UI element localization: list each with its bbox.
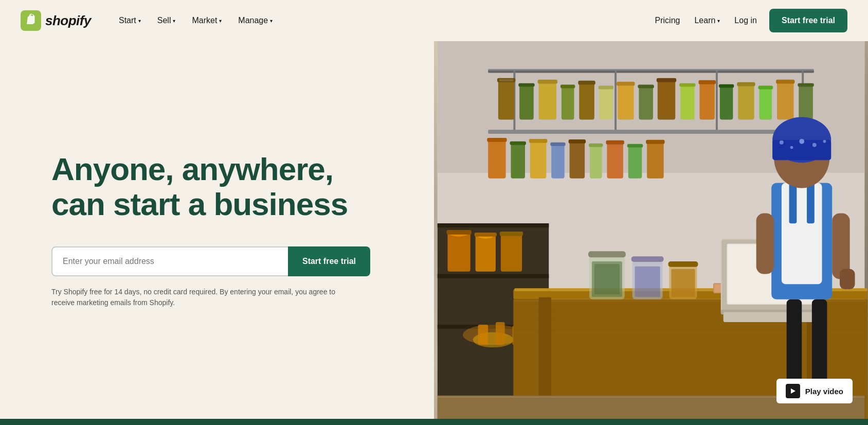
svg-point-125 <box>799 139 804 144</box>
svg-rect-93 <box>631 256 664 262</box>
svg-rect-33 <box>698 80 715 84</box>
nav-login-link[interactable]: Log in <box>732 12 759 29</box>
svg-rect-63 <box>438 223 549 227</box>
svg-rect-91 <box>594 264 620 294</box>
nav-pricing-link[interactable]: Pricing <box>653 12 682 29</box>
svg-rect-55 <box>589 144 603 147</box>
bottom-bar <box>0 419 868 425</box>
svg-rect-71 <box>475 233 497 237</box>
svg-rect-47 <box>510 141 526 145</box>
svg-rect-31 <box>679 83 695 87</box>
main-content: Anyone, anywhere, can start a business S… <box>0 41 868 419</box>
play-icon <box>786 384 800 398</box>
svg-rect-117 <box>840 269 855 289</box>
svg-rect-49 <box>529 139 547 143</box>
svg-rect-35 <box>719 84 734 88</box>
svg-rect-20 <box>579 82 594 120</box>
svg-rect-51 <box>550 143 566 146</box>
svg-rect-112 <box>782 183 822 284</box>
svg-rect-43 <box>798 83 813 87</box>
svg-rect-30 <box>680 84 695 120</box>
svg-point-123 <box>780 140 784 145</box>
disclaimer-text: Try Shopify free for 14 days, no credit … <box>51 287 350 308</box>
chevron-down-icon: ▾ <box>173 18 175 24</box>
email-form: Start free trial <box>51 246 370 276</box>
svg-rect-73 <box>500 232 523 236</box>
svg-rect-14 <box>519 84 534 120</box>
svg-rect-42 <box>799 84 813 120</box>
svg-rect-24 <box>618 83 634 120</box>
svg-rect-72 <box>501 233 522 272</box>
svg-rect-68 <box>446 230 471 235</box>
svg-rect-18 <box>562 86 574 120</box>
svg-rect-21 <box>578 81 595 85</box>
svg-rect-17 <box>538 80 557 84</box>
svg-rect-97 <box>671 269 695 297</box>
svg-rect-7 <box>614 70 617 131</box>
navbar: shopify Start ▾ Sell ▾ Market ▾ Manage ▾… <box>0 0 868 41</box>
start-trial-button[interactable]: Start free trial <box>288 246 370 276</box>
chevron-down-icon: ▾ <box>270 18 273 24</box>
nav-item-manage[interactable]: Manage ▾ <box>231 12 280 29</box>
nav-start-trial-button[interactable]: Start free trial <box>769 9 847 32</box>
svg-point-127 <box>823 140 826 143</box>
chevron-down-icon: ▾ <box>219 18 222 24</box>
svg-point-126 <box>812 143 817 147</box>
svg-rect-50 <box>551 144 565 179</box>
shopify-logo-icon <box>21 10 41 31</box>
svg-rect-54 <box>590 145 602 179</box>
logo-link[interactable]: shopify <box>21 10 91 31</box>
svg-rect-89 <box>588 251 626 257</box>
svg-rect-48 <box>530 140 546 179</box>
chevron-down-icon: ▾ <box>717 18 720 24</box>
svg-rect-76 <box>478 325 489 345</box>
svg-rect-28 <box>658 79 675 120</box>
svg-rect-19 <box>560 85 575 88</box>
svg-rect-39 <box>758 86 773 90</box>
svg-rect-94 <box>635 267 660 297</box>
nav-learn-link[interactable]: Learn ▾ <box>692 12 722 29</box>
nav-item-start[interactable]: Start ▾ <box>112 12 148 29</box>
svg-rect-23 <box>599 86 614 90</box>
hero-headline: Anyone, anywhere, can start a business <box>51 152 350 222</box>
svg-rect-5 <box>488 70 814 73</box>
svg-rect-77 <box>496 322 505 345</box>
svg-rect-27 <box>638 85 654 88</box>
svg-rect-38 <box>760 87 772 120</box>
svg-rect-110 <box>724 312 820 322</box>
svg-rect-45 <box>487 138 507 142</box>
nav-item-sell[interactable]: Sell ▾ <box>150 12 183 29</box>
svg-rect-60 <box>647 141 663 179</box>
nav-links: Start ▾ Sell ▾ Market ▾ Manage ▾ <box>112 12 653 29</box>
svg-rect-96 <box>668 261 698 267</box>
svg-rect-44 <box>488 139 505 179</box>
play-video-label: Play video <box>805 387 843 396</box>
svg-rect-56 <box>607 141 623 179</box>
svg-rect-8 <box>716 70 718 131</box>
svg-rect-10 <box>488 130 814 134</box>
svg-rect-22 <box>600 87 613 120</box>
svg-rect-52 <box>570 140 585 179</box>
nav-item-market[interactable]: Market ▾ <box>185 12 229 29</box>
svg-rect-29 <box>657 78 676 82</box>
svg-rect-41 <box>776 80 794 84</box>
play-video-button[interactable]: Play video <box>776 379 853 403</box>
nav-right: Pricing Learn ▾ Log in Start free trial <box>653 9 847 32</box>
svg-rect-32 <box>699 81 715 120</box>
chevron-down-icon: ▾ <box>138 18 141 24</box>
svg-rect-57 <box>606 140 624 145</box>
svg-rect-13 <box>499 79 514 81</box>
svg-rect-64 <box>438 274 549 278</box>
svg-rect-115 <box>756 214 774 274</box>
logo-text: shopify <box>45 13 91 29</box>
email-input[interactable] <box>51 246 288 276</box>
svg-rect-36 <box>738 83 754 120</box>
svg-rect-26 <box>639 86 653 120</box>
svg-rect-69 <box>476 234 496 272</box>
svg-rect-15 <box>518 83 534 87</box>
svg-rect-11 <box>498 79 514 120</box>
svg-rect-53 <box>569 139 586 144</box>
hero-image: Play video <box>434 41 868 419</box>
svg-rect-114 <box>807 183 815 223</box>
hero-left-panel: Anyone, anywhere, can start a business S… <box>0 41 434 419</box>
